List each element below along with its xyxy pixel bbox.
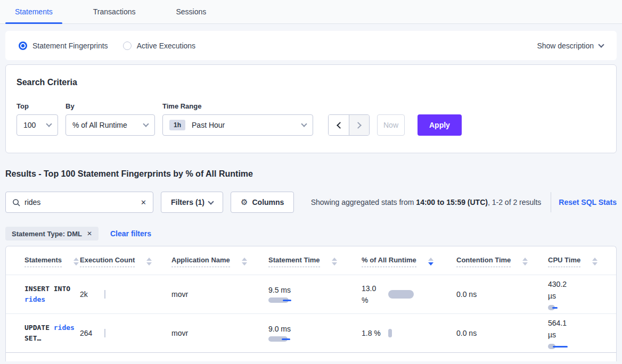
columns-button-label: Columns xyxy=(252,198,284,206)
show-description-toggle[interactable]: Show description xyxy=(537,42,603,50)
chevron-left-icon xyxy=(337,122,343,129)
view-radio-group: Statement Fingerprints Active Executions xyxy=(19,42,195,50)
table-header-row: Statements Execution Count Application N… xyxy=(6,246,616,275)
statement-time-bar xyxy=(268,336,300,342)
radio-active-executions[interactable]: Active Executions xyxy=(123,42,196,50)
search-criteria-card: Search Criteria Top 100 By % of All Runt… xyxy=(5,64,617,153)
table-row: UPDATE rides SET… 264 movr 9.0 ms 1.8 % xyxy=(6,314,616,353)
execution-count-value: 264 xyxy=(80,329,92,337)
sort-icon[interactable] xyxy=(146,258,152,266)
radio-statement-fingerprints[interactable]: Statement Fingerprints xyxy=(19,42,108,50)
runtime-pct-value: 13.0 % xyxy=(362,283,384,306)
cpu-time-value: 430.2 µs xyxy=(548,278,576,302)
top-field: Top 100 xyxy=(17,102,58,136)
sort-icon[interactable] xyxy=(73,258,79,266)
divider xyxy=(551,192,551,212)
application-name-value: movr xyxy=(171,290,188,299)
col-header-cpu-time[interactable]: CPU Time xyxy=(548,256,580,267)
statement-time-cell: 9.0 ms xyxy=(268,325,356,342)
sort-icon[interactable] xyxy=(332,258,337,266)
time-range-value: Past Hour xyxy=(192,121,225,129)
radio-statement-fingerprints-label: Statement Fingerprints xyxy=(32,42,108,50)
remove-filter-icon[interactable]: ✕ xyxy=(87,230,92,237)
active-filters-row: Statement Type: DML ✕ Clear filters xyxy=(5,227,617,241)
chevron-down-icon xyxy=(598,42,604,47)
runtime-pct-cell: 13.0 % xyxy=(362,283,451,306)
col-header-statement-time[interactable]: Statement Time xyxy=(268,256,320,267)
filters-button-label: Filters (1) xyxy=(171,198,204,206)
time-range-badge: 1h xyxy=(169,120,185,130)
col-header-contention-time[interactable]: Contention Time xyxy=(456,256,511,267)
gear-icon: ⚙ xyxy=(241,197,248,207)
tab-transactions[interactable]: Transactions xyxy=(84,0,145,23)
search-input[interactable] xyxy=(24,198,141,206)
tab-sessions[interactable]: Sessions xyxy=(166,0,216,23)
sql-activity-tabbar: Statements Transactions Sessions xyxy=(0,0,622,24)
contention-time-value: 0.0 ns xyxy=(456,329,477,337)
execution-count-bar xyxy=(104,290,105,299)
runtime-pct-cell: 1.8 % xyxy=(362,327,451,339)
statement-search-box[interactable]: ✕ xyxy=(5,192,153,213)
top-label: Top xyxy=(17,102,58,110)
time-range-field: Time Range 1h Past Hour xyxy=(162,102,313,136)
statement-time-cell: 9.5 ms xyxy=(268,286,356,303)
tab-statements[interactable]: Statements xyxy=(5,0,62,23)
statement-link[interactable]: rides xyxy=(54,324,75,332)
sort-icon[interactable] xyxy=(242,258,247,266)
cpu-time-bar xyxy=(548,305,580,310)
statement-link[interactable]: rides xyxy=(24,295,45,303)
contention-time-value: 0.0 ns xyxy=(456,290,477,299)
application-name-value: movr xyxy=(171,329,188,337)
aggregated-stats-text: Showing aggregated stats from 14:00 to 1… xyxy=(311,198,542,206)
table-row: INSERT INTO rides 2k movr 9.5 ms 13.0 % xyxy=(6,275,616,314)
execution-count-bar xyxy=(104,329,105,337)
chevron-down-icon xyxy=(301,121,307,127)
by-select[interactable]: % of All Runtime xyxy=(66,114,155,136)
cpu-time-cell: 564.1 µs xyxy=(548,317,611,349)
time-step-forward-button[interactable] xyxy=(349,115,369,135)
radio-active-executions-label: Active Executions xyxy=(137,42,196,50)
radio-unselected-icon xyxy=(123,42,132,50)
filters-button[interactable]: Filters (1) xyxy=(161,192,223,213)
chevron-down-icon xyxy=(143,121,149,127)
reset-sql-stats-link[interactable]: Reset SQL Stats xyxy=(559,198,617,206)
sort-icon[interactable] xyxy=(522,258,528,266)
statement-time-bar xyxy=(268,297,300,303)
search-icon xyxy=(12,198,20,206)
chevron-right-icon xyxy=(355,122,362,129)
now-button[interactable]: Now xyxy=(377,114,405,136)
results-controls-row: ✕ Filters (1) ⚙ Columns Showing aggregat… xyxy=(5,192,617,213)
top-select[interactable]: 100 xyxy=(17,114,58,136)
time-range-select[interactable]: 1h Past Hour xyxy=(162,114,313,136)
statement-time-value: 9.0 ms xyxy=(268,325,356,333)
clear-search-icon[interactable]: ✕ xyxy=(141,198,146,206)
radio-selected-icon xyxy=(19,42,27,50)
sort-icon-active-desc[interactable] xyxy=(428,258,433,266)
runtime-pct-bar xyxy=(388,290,414,299)
time-step-group xyxy=(328,114,370,136)
chevron-down-icon xyxy=(208,198,214,204)
time-range-label: Time Range xyxy=(162,102,313,110)
time-step-back-button[interactable] xyxy=(329,115,349,135)
cpu-time-cell: 430.2 µs xyxy=(548,278,611,310)
apply-button[interactable]: Apply xyxy=(418,114,462,136)
runtime-pct-value: 1.8 % xyxy=(362,327,384,339)
by-label: By xyxy=(66,102,155,110)
statements-table: Statements Execution Count Application N… xyxy=(6,246,616,353)
cpu-time-bar xyxy=(548,344,580,349)
results-heading: Results - Top 100 Statement Fingerprints… xyxy=(5,169,617,179)
columns-button[interactable]: ⚙ Columns xyxy=(231,192,294,213)
col-header-statements[interactable]: Statements xyxy=(24,256,62,267)
clear-filters-link[interactable]: Clear filters xyxy=(110,229,151,238)
by-field: By % of All Runtime xyxy=(66,102,155,136)
col-header-execution-count[interactable]: Execution Count xyxy=(80,256,135,267)
col-header-application-name[interactable]: Application Name xyxy=(171,256,230,267)
statements-table-card: Statements Execution Count Application N… xyxy=(5,246,617,361)
col-header-runtime-pct[interactable]: % of All Runtime xyxy=(362,256,416,267)
filter-pill-statement-type: Statement Type: DML ✕ xyxy=(5,227,99,241)
filter-pill-label: Statement Type: DML xyxy=(12,230,82,238)
chevron-down-icon xyxy=(46,121,52,127)
search-criteria-title: Search Criteria xyxy=(17,78,605,87)
sort-icon[interactable] xyxy=(592,258,598,266)
runtime-pct-bar xyxy=(388,329,392,337)
